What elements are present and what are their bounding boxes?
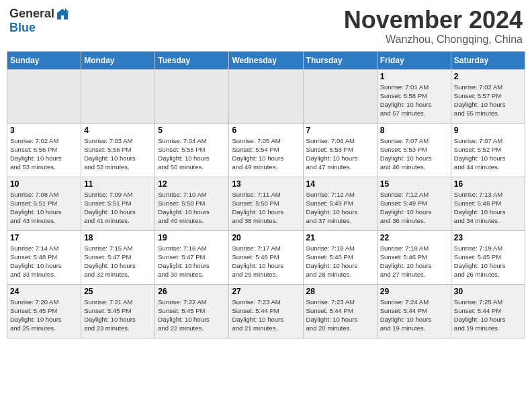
day-info: Sunrise: 7:15 AMSunset: 5:47 PMDaylight:… [84,244,152,279]
day-number: 18 [84,233,152,242]
day-info: Sunrise: 7:16 AMSunset: 5:47 PMDaylight:… [158,244,226,279]
page-header: General Blue November 2024 Wanzhou, Chon… [7,7,525,46]
calendar-cell: 8Sunrise: 7:07 AMSunset: 5:53 PMDaylight… [377,123,451,177]
day-number: 30 [454,287,522,296]
calendar-cell: 4Sunrise: 7:03 AMSunset: 5:56 PMDaylight… [81,123,155,177]
day-number: 28 [306,287,374,296]
calendar-cell: 12Sunrise: 7:10 AMSunset: 5:50 PMDayligh… [155,177,229,230]
calendar-cell: 29Sunrise: 7:24 AMSunset: 5:44 PMDayligh… [377,284,451,338]
calendar-cell: 28Sunrise: 7:23 AMSunset: 5:44 PMDayligh… [303,284,377,338]
day-number: 2 [454,72,522,81]
day-info: Sunrise: 7:20 AMSunset: 5:45 PMDaylight:… [10,298,78,333]
day-number: 23 [454,233,522,242]
day-info: Sunrise: 7:08 AMSunset: 5:51 PMDaylight:… [10,190,78,226]
day-info: Sunrise: 7:11 AMSunset: 5:50 PMDaylight:… [232,190,300,226]
calendar-cell: 7Sunrise: 7:06 AMSunset: 5:53 PMDaylight… [303,123,377,177]
logo-general-text: General [9,7,54,21]
calendar-cell [81,69,155,123]
col-header-monday: Monday [81,51,155,69]
calendar-cell: 11Sunrise: 7:09 AMSunset: 5:51 PMDayligh… [81,177,155,230]
day-info: Sunrise: 7:07 AMSunset: 5:53 PMDaylight:… [380,136,448,172]
day-number: 17 [10,233,78,242]
col-header-saturday: Saturday [451,51,525,69]
month-year-title: November 2024 [344,7,523,34]
calendar-cell: 2Sunrise: 7:02 AMSunset: 5:57 PMDaylight… [451,69,525,123]
logo-icon [56,7,69,21]
day-number: 4 [84,126,152,135]
col-header-thursday: Thursday [303,51,377,69]
day-number: 15 [380,179,448,189]
day-info: Sunrise: 7:10 AMSunset: 5:50 PMDaylight:… [158,190,226,226]
day-info: Sunrise: 7:23 AMSunset: 5:44 PMDaylight:… [232,298,300,333]
day-number: 26 [158,287,226,296]
calendar-cell: 17Sunrise: 7:14 AMSunset: 5:48 PMDayligh… [7,230,81,284]
day-number: 24 [10,287,78,296]
calendar-cell [7,69,81,123]
col-header-wednesday: Wednesday [229,51,303,69]
calendar-cell: 24Sunrise: 7:20 AMSunset: 5:45 PMDayligh… [7,284,81,338]
col-header-tuesday: Tuesday [155,51,229,69]
calendar-cell: 18Sunrise: 7:15 AMSunset: 5:47 PMDayligh… [81,230,155,284]
day-info: Sunrise: 7:07 AMSunset: 5:52 PMDaylight:… [454,136,522,172]
calendar-cell: 3Sunrise: 7:02 AMSunset: 5:56 PMDaylight… [7,123,81,177]
calendar-week-row: 3Sunrise: 7:02 AMSunset: 5:56 PMDaylight… [7,123,525,177]
day-info: Sunrise: 7:12 AMSunset: 5:49 PMDaylight:… [380,190,448,226]
day-number: 6 [232,126,300,135]
day-info: Sunrise: 7:06 AMSunset: 5:53 PMDaylight:… [306,136,374,172]
col-header-friday: Friday [377,51,451,69]
calendar-cell: 10Sunrise: 7:08 AMSunset: 5:51 PMDayligh… [7,177,81,230]
calendar-cell: 9Sunrise: 7:07 AMSunset: 5:52 PMDaylight… [451,123,525,177]
calendar-table: SundayMondayTuesdayWednesdayThursdayFrid… [7,51,525,338]
location-subtitle: Wanzhou, Chongqing, China [344,34,523,46]
calendar-week-row: 10Sunrise: 7:08 AMSunset: 5:51 PMDayligh… [7,177,525,230]
day-number: 13 [232,179,300,189]
calendar-cell: 16Sunrise: 7:13 AMSunset: 5:48 PMDayligh… [451,177,525,230]
day-number: 11 [84,179,152,189]
calendar-cell [155,69,229,123]
day-number: 10 [10,179,78,189]
day-number: 8 [380,126,448,135]
day-info: Sunrise: 7:18 AMSunset: 5:46 PMDaylight:… [306,244,374,279]
day-info: Sunrise: 7:24 AMSunset: 5:44 PMDaylight:… [380,298,448,333]
logo-blue-text: Blue [9,21,36,35]
calendar-cell: 26Sunrise: 7:22 AMSunset: 5:45 PMDayligh… [155,284,229,338]
calendar-week-row: 24Sunrise: 7:20 AMSunset: 5:45 PMDayligh… [7,284,525,338]
calendar-cell: 20Sunrise: 7:17 AMSunset: 5:46 PMDayligh… [229,230,303,284]
day-number: 1 [380,72,448,81]
calendar-cell [303,69,377,123]
day-info: Sunrise: 7:01 AMSunset: 5:58 PMDaylight:… [380,83,448,118]
day-info: Sunrise: 7:22 AMSunset: 5:45 PMDaylight:… [158,298,226,333]
day-info: Sunrise: 7:04 AMSunset: 5:55 PMDaylight:… [158,136,226,172]
day-number: 25 [84,287,152,296]
day-number: 14 [306,179,374,189]
calendar-cell: 21Sunrise: 7:18 AMSunset: 5:46 PMDayligh… [303,230,377,284]
col-header-sunday: Sunday [7,51,81,69]
day-number: 7 [306,126,374,135]
day-info: Sunrise: 7:19 AMSunset: 5:45 PMDaylight:… [454,244,522,279]
title-section: November 2024 Wanzhou, Chongqing, China [344,7,523,46]
day-info: Sunrise: 7:25 AMSunset: 5:44 PMDaylight:… [454,298,522,333]
day-info: Sunrise: 7:18 AMSunset: 5:46 PMDaylight:… [380,244,448,279]
day-number: 19 [158,233,226,242]
day-info: Sunrise: 7:21 AMSunset: 5:45 PMDaylight:… [84,298,152,333]
day-number: 22 [380,233,448,242]
calendar-cell: 22Sunrise: 7:18 AMSunset: 5:46 PMDayligh… [377,230,451,284]
day-number: 9 [454,126,522,135]
day-info: Sunrise: 7:02 AMSunset: 5:56 PMDaylight:… [10,136,78,172]
calendar-week-row: 1Sunrise: 7:01 AMSunset: 5:58 PMDaylight… [7,69,525,123]
day-info: Sunrise: 7:09 AMSunset: 5:51 PMDaylight:… [84,190,152,226]
day-info: Sunrise: 7:02 AMSunset: 5:57 PMDaylight:… [454,83,522,118]
calendar-cell: 13Sunrise: 7:11 AMSunset: 5:50 PMDayligh… [229,177,303,230]
calendar-cell [229,69,303,123]
calendar-cell: 25Sunrise: 7:21 AMSunset: 5:45 PMDayligh… [81,284,155,338]
day-info: Sunrise: 7:03 AMSunset: 5:56 PMDaylight:… [84,136,152,172]
day-info: Sunrise: 7:12 AMSunset: 5:49 PMDaylight:… [306,190,374,226]
calendar-cell: 1Sunrise: 7:01 AMSunset: 5:58 PMDaylight… [377,69,451,123]
calendar-cell: 6Sunrise: 7:05 AMSunset: 5:54 PMDaylight… [229,123,303,177]
day-number: 16 [454,179,522,189]
calendar-cell: 15Sunrise: 7:12 AMSunset: 5:49 PMDayligh… [377,177,451,230]
day-info: Sunrise: 7:05 AMSunset: 5:54 PMDaylight:… [232,136,300,172]
day-number: 20 [232,233,300,242]
calendar-cell: 30Sunrise: 7:25 AMSunset: 5:44 PMDayligh… [451,284,525,338]
calendar-cell: 5Sunrise: 7:04 AMSunset: 5:55 PMDaylight… [155,123,229,177]
